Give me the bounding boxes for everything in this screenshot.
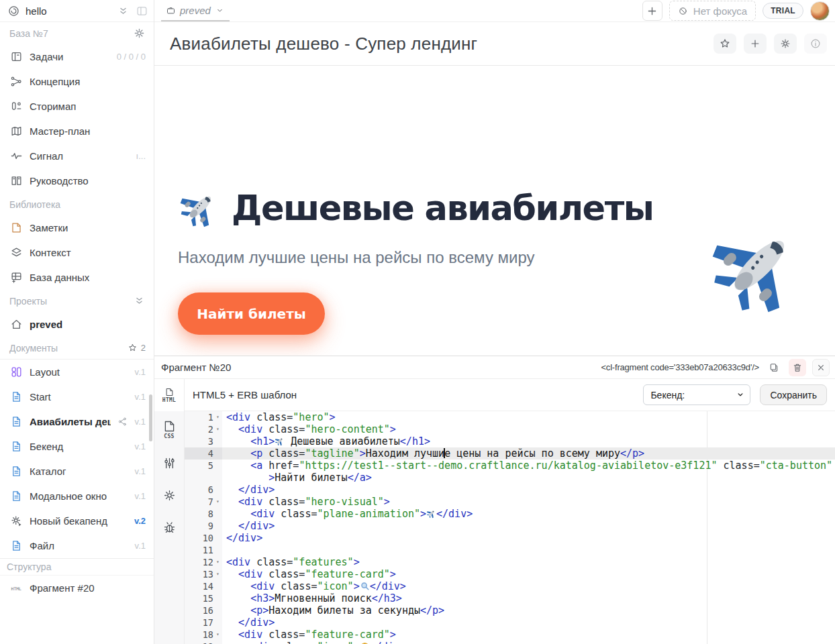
project-tab-label: preved <box>180 5 211 16</box>
chevron-down-icon <box>215 5 226 15</box>
sidebar-item-rukovodstvo[interactable]: Руководство <box>0 168 154 193</box>
code-line[interactable]: 4 <p class="tagline">Находим лучшие цены… <box>185 447 835 460</box>
workspace-row[interactable]: hello <box>0 0 154 22</box>
file-icon <box>9 465 23 478</box>
code-line[interactable]: 7▾ <div class="hero-visual"> <box>185 496 835 508</box>
storymap-icon <box>9 100 23 113</box>
sidebar-item-master-plan[interactable]: Мастер-план <box>0 119 154 144</box>
share-icon[interactable] <box>117 417 128 427</box>
version-badge: v.1 <box>135 417 146 427</box>
sidebar-item-label: Концепция <box>30 76 146 87</box>
chevrons-down-icon[interactable] <box>116 4 130 17</box>
cta-button[interactable]: Найти билеты <box>178 292 325 335</box>
sidebar-item-modalnoe-okno[interactable]: Модальное окноv.1 <box>0 484 154 508</box>
sliders-icon[interactable] <box>160 454 178 472</box>
code-line[interactable]: 16 <p>Находим билеты за секунды</p> <box>185 604 835 616</box>
close-icon <box>814 361 828 374</box>
backend-select[interactable]: Бекенд: <box>643 384 750 405</box>
file-icon <box>9 539 23 553</box>
code-line[interactable]: 10</div> <box>185 532 835 544</box>
airplane-illustration <box>707 217 807 318</box>
library-section-label: Библиотека <box>9 199 146 210</box>
sidebar-item-katalog[interactable]: Каталогv.1 <box>0 459 154 484</box>
sidebar-item-fragment-20[interactable]: HTMLФрагмент #20 <box>0 576 154 600</box>
sidebar-item-baza-dannyh[interactable]: База данных <box>0 265 154 290</box>
trial-badge[interactable]: TRIAL <box>763 3 803 19</box>
documents-star-filter[interactable]: 2 <box>128 343 146 354</box>
sidebar-item-signal[interactable]: Сигналı... <box>0 144 154 168</box>
topbar: preved Нет фокуса TRIAL <box>154 0 835 22</box>
code-line[interactable]: 14 <div class="icon"></div> <box>185 580 835 592</box>
sidebar-item-start[interactable]: Startv.1 <box>0 384 154 409</box>
delete-button[interactable] <box>789 359 806 376</box>
sidebar-item-label: Каталог <box>30 466 128 477</box>
board-icon <box>9 50 23 64</box>
add-block-button[interactable] <box>744 34 767 54</box>
workspace-logo-icon <box>7 4 20 17</box>
airplane-emoji <box>275 435 285 447</box>
code-line[interactable]: 17 </div> <box>185 616 835 629</box>
sidebar-item-novyj-bekapend[interactable]: Новый бекапендv.2 <box>0 508 154 533</box>
code-line[interactable]: 5 <a href="https://test1--start--demo.cr… <box>185 460 835 472</box>
sidebar-item-zadachi[interactable]: Задачи0 / 0 / 0 <box>0 44 154 69</box>
code-line[interactable]: 6 </div> <box>185 484 835 496</box>
copy-icon <box>767 361 781 374</box>
nav-list: Задачи0 / 0 / 0КонцепцияСторимапМастер-п… <box>0 44 154 193</box>
sidebar-item-aviabilety-deshev[interactable]: Авиабилеты дешевv.1 <box>0 409 154 434</box>
code-line[interactable]: >Найти билеты</a> <box>185 472 835 484</box>
project-tab[interactable]: preved <box>161 0 230 21</box>
avatar[interactable] <box>810 1 830 21</box>
code-line[interactable]: 8 <div class="plane-animation"></div> <box>185 508 835 520</box>
sidebar-item-layout[interactable]: Layoutv.1 <box>0 360 154 384</box>
sidebar-item-label: Новый бекапенд <box>30 515 128 527</box>
add-button[interactable] <box>642 1 662 21</box>
sidebar-item-storimap[interactable]: Сторимап <box>0 94 154 119</box>
tab-css[interactable]: CSS <box>160 419 178 439</box>
bug-icon[interactable] <box>160 519 178 536</box>
sidebar-item-label: Контекст <box>30 247 146 258</box>
tab-html[interactable]: HTML <box>154 379 184 411</box>
home-icon <box>9 318 23 331</box>
code-line[interactable]: 2▾ <div class="hero-content"> <box>185 423 835 435</box>
sidebar-item-bekend[interactable]: Бекендv.1 <box>0 434 154 459</box>
fragment-title: Фрагмент №20 <box>161 362 231 373</box>
sidebar-item-preved[interactable]: preved <box>0 312 154 337</box>
code-line[interactable]: 1▾<div class="hero"> <box>185 411 835 423</box>
focus-button[interactable]: Нет фокуса <box>669 1 756 21</box>
html-file-icon: HTML <box>162 387 176 403</box>
sidebar-item-koncepciya[interactable]: Концепция <box>0 69 154 94</box>
save-button[interactable]: Сохранить <box>760 384 827 405</box>
gear-icon[interactable] <box>160 486 178 504</box>
favorite-button[interactable] <box>714 34 736 54</box>
code-line[interactable]: 3 <h1> Дешевые авиабилеты</h1> <box>185 435 835 447</box>
settings-button[interactable] <box>774 34 797 54</box>
item-meta: ı... <box>136 151 146 161</box>
gear-icon[interactable] <box>132 27 146 40</box>
table-plus-icon <box>9 271 23 284</box>
documents-list: Layoutv.1Startv.1Авиабилеты дешевv.1Беке… <box>0 359 154 558</box>
structure-list: HTMLФрагмент #20 <box>0 576 154 600</box>
panel-collapse-icon[interactable] <box>135 4 148 17</box>
sidebar-scrollbar[interactable] <box>149 394 152 441</box>
code-line[interactable]: 11 <box>185 544 835 556</box>
copy-button[interactable] <box>765 359 783 376</box>
code-line[interactable]: 9 </div> <box>185 520 835 532</box>
info-button[interactable] <box>804 34 827 54</box>
close-button[interactable] <box>812 359 830 376</box>
sidebar-item-zametki[interactable]: Заметки <box>0 215 154 240</box>
code-line[interactable]: 13▾ <div class="feature-card"> <box>185 568 835 580</box>
sidebar-item-fajl[interactable]: Файлv.1 <box>0 533 154 558</box>
code-lines: 1▾<div class="hero">2▾ <div class="hero-… <box>185 411 835 644</box>
code-line[interactable]: 18▾ <div class="feature-card"> <box>185 629 835 641</box>
code-line[interactable]: 12▾<div class="features"> <box>185 556 835 568</box>
airplane-emoji-icon <box>178 186 221 229</box>
sidebar-item-label: Бекенд <box>30 441 128 452</box>
chevrons-down-icon[interactable] <box>132 294 146 308</box>
sidebar-item-label: Задачи <box>30 51 110 62</box>
code-line[interactable]: 19 <div class="icon"></div> <box>185 641 835 644</box>
briefcase-icon <box>165 5 176 15</box>
code-editor[interactable]: 1▾<div class="hero">2▾ <div class="hero-… <box>185 411 835 644</box>
sidebar-item-kontekst[interactable]: Контекст <box>0 240 154 265</box>
plus-icon <box>748 37 762 50</box>
code-line[interactable]: 15 <h3>Мгновенный поиск</h3> <box>185 592 835 604</box>
